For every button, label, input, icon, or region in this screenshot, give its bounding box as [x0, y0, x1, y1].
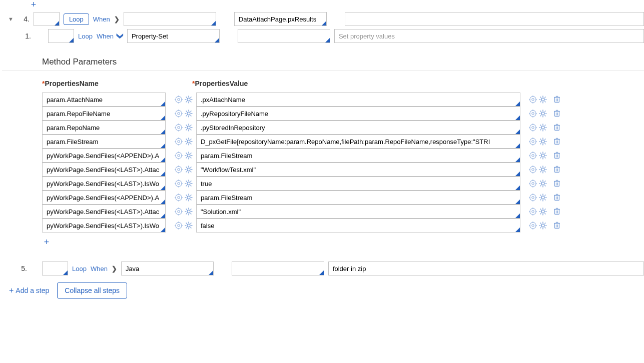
crosshair-icon[interactable] — [528, 110, 537, 118]
add-parameter-row-icon[interactable]: + — [42, 238, 51, 246]
trash-icon[interactable] — [552, 192, 561, 201]
add-a-step-link[interactable]: + Add a step — [9, 286, 49, 295]
property-value-input[interactable] — [196, 218, 520, 232]
step-5-method-input[interactable] — [121, 262, 214, 276]
property-name-input[interactable] — [42, 92, 166, 106]
crosshair-icon[interactable] — [528, 152, 537, 160]
crosshair-icon[interactable] — [528, 166, 537, 174]
trash-icon[interactable] — [552, 108, 561, 117]
chevron-down-icon[interactable]: ❯ — [117, 32, 124, 40]
gear-icon[interactable] — [184, 152, 193, 160]
collapse-all-steps-button[interactable]: Collapse all steps — [57, 282, 127, 298]
crosshair-icon[interactable] — [174, 194, 183, 202]
crosshair-icon[interactable] — [174, 222, 183, 230]
property-name-input[interactable] — [42, 176, 166, 190]
gear-icon[interactable] — [538, 96, 547, 104]
property-name-input[interactable] — [42, 218, 166, 232]
add-step-above-icon[interactable]: + — [29, 0, 38, 9]
crosshair-icon[interactable] — [528, 138, 537, 146]
when-link[interactable]: When — [91, 265, 108, 272]
property-name-input[interactable] — [42, 134, 166, 148]
crosshair-icon[interactable] — [174, 152, 183, 160]
step-5-label-input[interactable] — [42, 262, 68, 276]
crosshair-icon[interactable] — [528, 222, 537, 230]
trash-icon[interactable] — [552, 178, 561, 187]
trash-icon[interactable] — [552, 122, 561, 131]
step-4-1-label-input[interactable] — [48, 29, 74, 43]
crosshair-icon[interactable] — [528, 96, 537, 104]
property-value-input[interactable] — [196, 148, 520, 162]
gear-icon[interactable] — [538, 110, 547, 118]
col-header-properties-value: *PropertiesValue — [192, 80, 522, 88]
chevron-right-icon[interactable]: ❯ — [112, 265, 117, 272]
gear-icon[interactable] — [184, 222, 193, 230]
crosshair-icon[interactable] — [174, 124, 183, 132]
loop-button[interactable]: Loop — [64, 14, 89, 25]
property-value-input[interactable] — [196, 120, 520, 134]
crosshair-icon[interactable] — [174, 110, 183, 118]
property-name-input[interactable] — [42, 204, 166, 218]
gear-icon[interactable] — [184, 208, 193, 216]
step-number-5: 5. — [16, 264, 27, 272]
property-name-input[interactable] — [42, 148, 166, 162]
crosshair-icon[interactable] — [174, 180, 183, 188]
property-value-input[interactable] — [196, 190, 520, 204]
crosshair-icon[interactable] — [528, 208, 537, 216]
crosshair-icon[interactable] — [528, 124, 537, 132]
gear-icon[interactable] — [184, 138, 193, 146]
gear-icon[interactable] — [538, 124, 547, 132]
chevron-right-icon[interactable]: ❯ — [114, 16, 120, 23]
gear-icon[interactable] — [538, 194, 547, 202]
step-4-label-input[interactable] — [34, 12, 60, 26]
crosshair-icon[interactable] — [174, 208, 183, 216]
when-link[interactable]: When — [97, 32, 114, 40]
property-name-input[interactable] — [42, 106, 166, 120]
property-value-input[interactable] — [196, 176, 520, 190]
trash-icon[interactable] — [552, 136, 561, 145]
crosshair-icon[interactable] — [528, 180, 537, 188]
loop-link[interactable]: Loop — [72, 265, 87, 272]
property-value-input[interactable] — [196, 134, 520, 148]
property-name-input[interactable] — [42, 190, 166, 204]
step-4-1-steppage-input[interactable] — [238, 29, 330, 43]
property-name-input[interactable] — [42, 120, 166, 134]
gear-icon[interactable] — [184, 194, 193, 202]
crosshair-icon[interactable] — [174, 96, 183, 104]
collapse-step-4-caret[interactable]: ▼ — [8, 16, 15, 22]
gear-icon[interactable] — [538, 222, 547, 230]
gear-icon[interactable] — [538, 152, 547, 160]
gear-icon[interactable] — [184, 124, 193, 132]
when-link[interactable]: When — [93, 16, 110, 23]
step-4-1-method-input[interactable] — [127, 29, 220, 43]
gear-icon[interactable] — [184, 166, 193, 174]
step-4-description-input[interactable] — [345, 12, 644, 26]
col-header-properties-name: *PropertiesName — [42, 80, 172, 88]
crosshair-icon[interactable] — [528, 194, 537, 202]
crosshair-icon[interactable] — [174, 166, 183, 174]
step-4-steppage-input[interactable] — [234, 12, 327, 26]
divider — [2, 70, 644, 70]
trash-icon[interactable] — [552, 206, 561, 215]
gear-icon[interactable] — [538, 180, 547, 188]
trash-icon[interactable] — [552, 220, 561, 229]
gear-icon[interactable] — [538, 138, 547, 146]
property-value-input[interactable] — [196, 92, 520, 106]
property-value-input[interactable] — [196, 204, 520, 218]
step-5-steppage-input[interactable] — [232, 262, 324, 276]
trash-icon[interactable] — [552, 94, 561, 103]
step-4-1-description-input[interactable] — [334, 29, 644, 43]
step-4-method-input[interactable] — [124, 12, 216, 26]
gear-icon[interactable] — [538, 166, 547, 174]
gear-icon[interactable] — [184, 110, 193, 118]
step-5-description-input[interactable] — [328, 262, 644, 276]
property-value-input[interactable] — [196, 106, 520, 120]
gear-icon[interactable] — [538, 208, 547, 216]
property-value-input[interactable] — [196, 162, 520, 176]
trash-icon[interactable] — [552, 150, 561, 159]
trash-icon[interactable] — [552, 164, 561, 173]
loop-link[interactable]: Loop — [78, 32, 93, 40]
property-name-input[interactable] — [42, 162, 166, 176]
gear-icon[interactable] — [184, 96, 193, 104]
gear-icon[interactable] — [184, 180, 193, 188]
crosshair-icon[interactable] — [174, 138, 183, 146]
